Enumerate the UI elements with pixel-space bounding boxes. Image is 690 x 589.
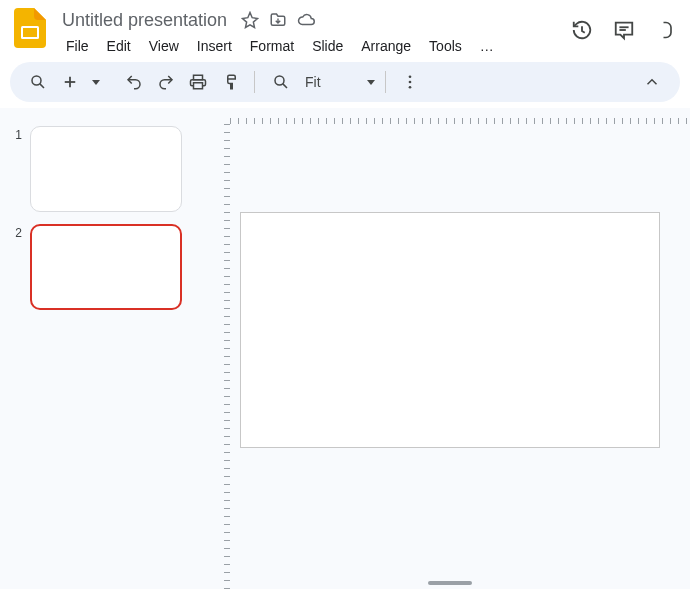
title-icons (241, 11, 315, 29)
chevron-down-icon (92, 80, 100, 85)
print-button[interactable] (184, 68, 212, 96)
menu-more[interactable]: … (472, 34, 502, 58)
chevron-down-icon (367, 80, 375, 85)
title-row: Untitled presentation (58, 8, 502, 32)
star-icon[interactable] (241, 11, 259, 29)
slide-thumbnail-1[interactable] (30, 126, 182, 212)
ruler-vertical[interactable] (216, 124, 230, 589)
more-tools-button[interactable] (396, 68, 424, 96)
history-icon[interactable] (570, 18, 594, 42)
search-menus-button[interactable] (24, 68, 52, 96)
slide-number: 2 (10, 224, 22, 240)
canvas-area (210, 108, 690, 589)
comment-icon[interactable] (612, 18, 636, 42)
collapse-toolbar-button[interactable] (638, 68, 666, 96)
toolbar-wrap: Fit (0, 62, 690, 102)
doc-title[interactable]: Untitled presentation (58, 10, 231, 31)
paint-format-button[interactable] (216, 68, 244, 96)
redo-button[interactable] (152, 68, 180, 96)
svg-point-13 (409, 81, 412, 84)
canvas-inner (240, 132, 676, 575)
toolbar-separator (385, 71, 386, 93)
zoom-group: Fit (265, 68, 375, 96)
slide-thumb-row: 1 (10, 126, 200, 212)
menu-bar: File Edit View Insert Format Slide Arran… (58, 32, 502, 62)
svg-point-4 (32, 76, 41, 85)
menu-view[interactable]: View (141, 34, 187, 58)
slide-canvas[interactable] (240, 212, 660, 448)
menu-format[interactable]: Format (242, 34, 302, 58)
slide-number: 1 (10, 126, 22, 142)
move-folder-icon[interactable] (269, 11, 287, 29)
slide-thumbnail-2[interactable] (30, 224, 182, 310)
svg-point-10 (275, 76, 284, 85)
slide-thumb-row: 2 (10, 224, 200, 310)
svg-line-11 (283, 84, 287, 88)
svg-point-12 (409, 75, 412, 78)
header-left: Untitled presentation File Edit View (10, 8, 502, 62)
menu-tools[interactable]: Tools (421, 34, 470, 58)
menu-insert[interactable]: Insert (189, 34, 240, 58)
menu-slide[interactable]: Slide (304, 34, 351, 58)
menu-arrange[interactable]: Arrange (353, 34, 419, 58)
zoom-icon[interactable] (267, 68, 295, 96)
svg-rect-9 (194, 83, 203, 89)
cloud-status-icon[interactable] (297, 11, 315, 29)
header-right (570, 8, 680, 42)
header: Untitled presentation File Edit View (0, 0, 690, 62)
zoom-label[interactable]: Fit (301, 74, 325, 90)
svg-point-14 (409, 86, 412, 89)
toolbar-separator (254, 71, 255, 93)
partial-icon[interactable] (654, 18, 678, 42)
undo-button[interactable] (120, 68, 148, 96)
speaker-notes-handle[interactable] (428, 581, 472, 585)
new-slide-button[interactable] (56, 68, 84, 96)
svg-rect-1 (23, 28, 37, 37)
zoom-dropdown[interactable] (331, 68, 375, 96)
slide-panel: 1 2 (0, 108, 210, 589)
title-block: Untitled presentation File Edit View (58, 8, 502, 62)
new-slide-dropdown[interactable] (88, 68, 104, 96)
menu-file[interactable]: File (58, 34, 97, 58)
workspace: 1 2 (0, 108, 690, 589)
ruler-horizontal[interactable] (230, 108, 690, 124)
menu-edit[interactable]: Edit (99, 34, 139, 58)
toolbar: Fit (10, 62, 680, 102)
slides-app-logo[interactable] (10, 8, 50, 48)
svg-line-5 (40, 84, 44, 88)
